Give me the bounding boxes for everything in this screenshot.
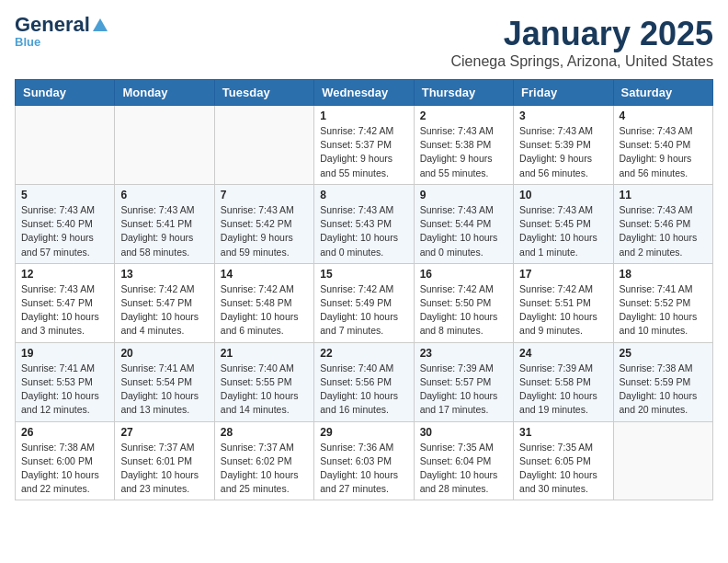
- location: Cienega Springs, Arizona, United States: [451, 53, 714, 70]
- day-number: 31: [519, 426, 607, 439]
- week-row-3: 12Sunrise: 7:43 AMSunset: 5:47 PMDayligh…: [16, 263, 713, 342]
- day-content: Sunrise: 7:43 AMSunset: 5:43 PMDaylight:…: [320, 203, 407, 259]
- day-number: 13: [120, 268, 208, 281]
- column-header-tuesday: Tuesday: [214, 80, 313, 106]
- day-number: 4: [620, 109, 707, 122]
- day-content: Sunrise: 7:37 AMSunset: 6:01 PMDaylight:…: [120, 441, 208, 497]
- calendar-header-row: SundayMondayTuesdayWednesdayThursdayFrid…: [16, 80, 713, 106]
- day-content: Sunrise: 7:35 AMSunset: 6:05 PMDaylight:…: [519, 441, 607, 497]
- day-content: Sunrise: 7:40 AMSunset: 5:56 PMDaylight:…: [320, 362, 407, 418]
- day-number: 10: [519, 189, 607, 201]
- logo: General Blue: [15, 15, 108, 49]
- calendar-body: 1Sunrise: 7:42 AMSunset: 5:37 PMDaylight…: [16, 106, 713, 500]
- calendar-cell: 26Sunrise: 7:38 AMSunset: 6:00 PMDayligh…: [16, 421, 115, 500]
- day-content: Sunrise: 7:43 AMSunset: 5:40 PMDaylight:…: [620, 124, 707, 180]
- logo-general: General: [15, 15, 90, 35]
- column-header-saturday: Saturday: [613, 80, 712, 106]
- calendar-cell: 18Sunrise: 7:41 AMSunset: 5:52 PMDayligh…: [613, 263, 712, 342]
- calendar-cell: 7Sunrise: 7:43 AMSunset: 5:42 PMDaylight…: [214, 184, 313, 263]
- day-content: Sunrise: 7:42 AMSunset: 5:48 PMDaylight:…: [221, 282, 308, 339]
- calendar-cell: 28Sunrise: 7:37 AMSunset: 6:02 PMDayligh…: [214, 421, 313, 500]
- title-block: January 2025 Cienega Springs, Arizona, U…: [451, 15, 714, 70]
- day-content: Sunrise: 7:43 AMSunset: 5:42 PMDaylight:…: [221, 203, 308, 259]
- day-content: Sunrise: 7:35 AMSunset: 6:04 PMDaylight:…: [420, 441, 507, 497]
- day-number: 9: [420, 189, 507, 201]
- day-content: Sunrise: 7:41 AMSunset: 5:52 PMDaylight:…: [620, 282, 707, 339]
- calendar-cell: [613, 421, 712, 500]
- calendar-cell: 22Sunrise: 7:40 AMSunset: 5:56 PMDayligh…: [314, 342, 414, 421]
- day-number: 21: [221, 347, 308, 360]
- column-header-wednesday: Wednesday: [314, 80, 414, 106]
- day-number: 19: [21, 347, 108, 360]
- calendar-cell: 19Sunrise: 7:41 AMSunset: 5:53 PMDayligh…: [16, 342, 115, 421]
- calendar-cell: 3Sunrise: 7:43 AMSunset: 5:39 PMDaylight…: [514, 106, 613, 185]
- week-row-1: 1Sunrise: 7:42 AMSunset: 5:37 PMDaylight…: [16, 106, 713, 185]
- day-content: Sunrise: 7:43 AMSunset: 5:40 PMDaylight:…: [21, 203, 108, 259]
- svg-marker-0: [93, 18, 108, 31]
- day-content: Sunrise: 7:43 AMSunset: 5:38 PMDaylight:…: [420, 124, 507, 180]
- day-content: Sunrise: 7:43 AMSunset: 5:39 PMDaylight:…: [519, 124, 607, 180]
- calendar-cell: 12Sunrise: 7:43 AMSunset: 5:47 PMDayligh…: [16, 263, 115, 342]
- day-number: 1: [320, 109, 407, 122]
- calendar-table: SundayMondayTuesdayWednesdayThursdayFrid…: [15, 79, 713, 500]
- day-content: Sunrise: 7:43 AMSunset: 5:46 PMDaylight:…: [620, 203, 707, 259]
- logo-blue: Blue: [15, 35, 40, 49]
- day-content: Sunrise: 7:38 AMSunset: 5:59 PMDaylight:…: [620, 362, 707, 418]
- calendar-cell: 31Sunrise: 7:35 AMSunset: 6:05 PMDayligh…: [514, 421, 613, 500]
- day-content: Sunrise: 7:42 AMSunset: 5:47 PMDaylight:…: [120, 282, 208, 339]
- day-number: 18: [620, 268, 707, 281]
- day-number: 8: [320, 189, 407, 201]
- calendar-cell: 24Sunrise: 7:39 AMSunset: 5:58 PMDayligh…: [514, 342, 613, 421]
- day-number: 29: [320, 426, 407, 439]
- calendar-cell: 4Sunrise: 7:43 AMSunset: 5:40 PMDaylight…: [613, 106, 712, 185]
- day-number: 20: [120, 347, 208, 360]
- calendar-cell: 2Sunrise: 7:43 AMSunset: 5:38 PMDaylight…: [414, 106, 513, 185]
- week-row-5: 26Sunrise: 7:38 AMSunset: 6:00 PMDayligh…: [16, 421, 713, 500]
- week-row-2: 5Sunrise: 7:43 AMSunset: 5:40 PMDaylight…: [16, 184, 713, 263]
- day-content: Sunrise: 7:43 AMSunset: 5:47 PMDaylight:…: [21, 282, 108, 339]
- logo-triangle-icon: [92, 17, 108, 33]
- day-number: 2: [420, 109, 507, 122]
- day-number: 12: [21, 268, 108, 281]
- calendar-cell: [16, 106, 115, 185]
- day-number: 16: [420, 268, 507, 281]
- day-content: Sunrise: 7:36 AMSunset: 6:03 PMDaylight:…: [320, 441, 407, 497]
- day-number: 26: [21, 426, 108, 439]
- day-number: 25: [620, 347, 707, 360]
- calendar-cell: 6Sunrise: 7:43 AMSunset: 5:41 PMDaylight…: [115, 184, 214, 263]
- day-content: Sunrise: 7:40 AMSunset: 5:55 PMDaylight:…: [221, 362, 308, 418]
- calendar-cell: 10Sunrise: 7:43 AMSunset: 5:45 PMDayligh…: [514, 184, 613, 263]
- calendar-cell: 20Sunrise: 7:41 AMSunset: 5:54 PMDayligh…: [115, 342, 214, 421]
- week-row-4: 19Sunrise: 7:41 AMSunset: 5:53 PMDayligh…: [16, 342, 713, 421]
- day-content: Sunrise: 7:38 AMSunset: 6:00 PMDaylight:…: [21, 441, 108, 497]
- day-content: Sunrise: 7:41 AMSunset: 5:54 PMDaylight:…: [120, 362, 208, 418]
- day-number: 22: [320, 347, 407, 360]
- column-header-sunday: Sunday: [16, 80, 115, 106]
- day-number: 11: [620, 189, 707, 201]
- calendar-cell: 13Sunrise: 7:42 AMSunset: 5:47 PMDayligh…: [115, 263, 214, 342]
- calendar-cell: 30Sunrise: 7:35 AMSunset: 6:04 PMDayligh…: [414, 421, 513, 500]
- day-number: 24: [519, 347, 607, 360]
- day-content: Sunrise: 7:43 AMSunset: 5:41 PMDaylight:…: [120, 203, 208, 259]
- day-number: 6: [120, 189, 208, 201]
- calendar-cell: [115, 106, 214, 185]
- day-number: 3: [519, 109, 607, 122]
- day-number: 17: [519, 268, 607, 281]
- calendar-cell: 21Sunrise: 7:40 AMSunset: 5:55 PMDayligh…: [214, 342, 313, 421]
- day-content: Sunrise: 7:41 AMSunset: 5:53 PMDaylight:…: [21, 362, 108, 418]
- calendar-cell: 8Sunrise: 7:43 AMSunset: 5:43 PMDaylight…: [314, 184, 414, 263]
- calendar-cell: 25Sunrise: 7:38 AMSunset: 5:59 PMDayligh…: [613, 342, 712, 421]
- calendar-cell: 9Sunrise: 7:43 AMSunset: 5:44 PMDaylight…: [414, 184, 513, 263]
- calendar-cell: 11Sunrise: 7:43 AMSunset: 5:46 PMDayligh…: [613, 184, 712, 263]
- day-content: Sunrise: 7:37 AMSunset: 6:02 PMDaylight:…: [221, 441, 308, 497]
- day-content: Sunrise: 7:42 AMSunset: 5:37 PMDaylight:…: [320, 124, 407, 180]
- calendar-cell: 27Sunrise: 7:37 AMSunset: 6:01 PMDayligh…: [115, 421, 214, 500]
- calendar-cell: 17Sunrise: 7:42 AMSunset: 5:51 PMDayligh…: [514, 263, 613, 342]
- day-number: 27: [120, 426, 208, 439]
- month-title: January 2025: [451, 15, 714, 53]
- day-content: Sunrise: 7:43 AMSunset: 5:44 PMDaylight:…: [420, 203, 507, 259]
- calendar-cell: 5Sunrise: 7:43 AMSunset: 5:40 PMDaylight…: [16, 184, 115, 263]
- calendar-cell: 23Sunrise: 7:39 AMSunset: 5:57 PMDayligh…: [414, 342, 513, 421]
- column-header-friday: Friday: [514, 80, 613, 106]
- day-number: 30: [420, 426, 507, 439]
